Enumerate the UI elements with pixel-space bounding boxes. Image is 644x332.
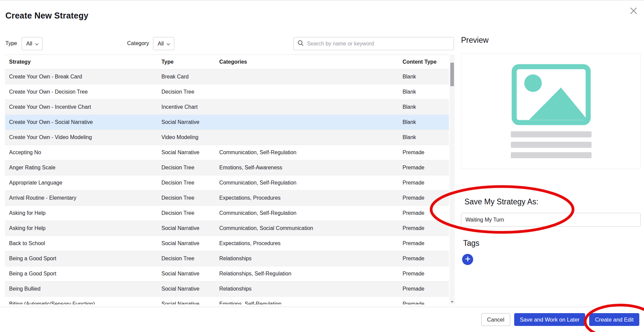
cell-strategy: Create Your Own - Incentive Chart bbox=[5, 104, 157, 110]
add-tag-button[interactable] bbox=[462, 254, 473, 265]
cell-content_type: Premade bbox=[399, 271, 449, 277]
modal-title: Create New Strategy bbox=[5, 11, 88, 21]
cell-type: Social Narrative bbox=[157, 240, 215, 246]
search-input[interactable] bbox=[307, 41, 450, 47]
cell-strategy: Create Your Own - Break Card bbox=[5, 74, 157, 80]
cell-strategy: Biting (Automatic/Sensory Function) bbox=[5, 301, 157, 304]
cell-content_type: Premade bbox=[399, 286, 449, 292]
table-body: Create Your Own - Break CardBreak CardBl… bbox=[5, 69, 449, 304]
preview-panel bbox=[461, 53, 641, 169]
placeholder-text-bar bbox=[511, 152, 592, 158]
cell-content_type: Premade bbox=[399, 150, 449, 156]
table-row[interactable]: Being BulliedSocial NarrativeRelationshi… bbox=[5, 281, 449, 297]
table-header: StrategyTypeCategoriesContent Type bbox=[5, 55, 449, 69]
cell-content_type: Blank bbox=[399, 134, 449, 140]
cell-content_type: Premade bbox=[399, 225, 449, 231]
cell-categories: Relationships bbox=[215, 256, 399, 262]
category-filter-dropdown[interactable]: All bbox=[153, 37, 174, 50]
cell-categories: Relationships, Self-Regulation bbox=[215, 271, 399, 277]
table-row[interactable]: Being a Good SportSocial NarrativeRelati… bbox=[5, 266, 449, 281]
table-row[interactable]: Create Your Own - Decision TreeDecision … bbox=[5, 85, 449, 100]
save-as-label: Save My Strategy As: bbox=[464, 197, 538, 206]
cell-content_type: Blank bbox=[399, 104, 449, 110]
cell-strategy: Being a Good Sport bbox=[5, 256, 157, 262]
table-row[interactable]: Create Your Own - Social NarrativeSocial… bbox=[5, 115, 449, 130]
cell-strategy: Accepting No bbox=[5, 150, 157, 156]
tags-heading: Tags bbox=[463, 239, 480, 248]
table-row[interactable]: Back to SchoolSocial NarrativeExpectatio… bbox=[5, 236, 449, 251]
category-filter-value: All bbox=[158, 41, 164, 47]
placeholder-text-bar bbox=[511, 142, 592, 148]
cell-type: Social Narrative bbox=[157, 119, 215, 125]
table-row[interactable]: Appropriate LanguageDecision TreeCommuni… bbox=[5, 175, 449, 191]
cell-type: Video Modeling bbox=[157, 134, 215, 140]
cell-strategy: Back to School bbox=[5, 240, 157, 246]
column-header: Categories bbox=[215, 59, 399, 65]
cell-categories: Communication, Self-Regulation bbox=[215, 180, 399, 186]
cell-strategy: Anger Rating Scale bbox=[5, 165, 157, 171]
cell-content_type: Premade bbox=[399, 256, 449, 262]
cell-strategy: Appropriate Language bbox=[5, 180, 157, 186]
cell-categories: Communication, Self-Regulation bbox=[215, 210, 399, 216]
cell-type: Decision Tree bbox=[157, 89, 215, 95]
strategy-name-input[interactable] bbox=[461, 213, 641, 227]
cell-content_type: Premade bbox=[399, 195, 449, 201]
type-filter-dropdown[interactable]: All bbox=[22, 37, 43, 50]
cell-categories: Expectations, Procedures bbox=[215, 195, 399, 201]
image-placeholder-icon bbox=[512, 64, 591, 125]
table-row[interactable]: Arrival Routine - ElementaryDecision Tre… bbox=[5, 191, 449, 206]
cell-strategy: Arrival Routine - Elementary bbox=[5, 195, 157, 201]
search-box bbox=[293, 37, 454, 50]
cell-content_type: Premade bbox=[399, 210, 449, 216]
cell-content_type: Premade bbox=[399, 301, 449, 304]
table-row[interactable]: Accepting NoSocial NarrativeCommunicatio… bbox=[5, 145, 449, 160]
cell-strategy: Create Your Own - Decision Tree bbox=[5, 89, 157, 95]
table-row[interactable]: Create Your Own - Incentive ChartIncenti… bbox=[5, 100, 449, 115]
category-filter-label: Category bbox=[127, 40, 149, 46]
close-button[interactable] bbox=[627, 5, 640, 18]
cell-content_type: Blank bbox=[399, 89, 449, 95]
table-row[interactable]: Being a Good SportDecision TreeRelations… bbox=[5, 251, 449, 266]
cell-content_type: Premade bbox=[399, 240, 449, 246]
cell-strategy: Create Your Own - Video Modeling bbox=[5, 134, 157, 140]
placeholder-text-bar bbox=[511, 131, 592, 137]
strategy-table: StrategyTypeCategoriesContent Type Creat… bbox=[5, 55, 449, 304]
table-row[interactable]: Create Your Own - Break CardBreak CardBl… bbox=[5, 69, 449, 85]
table-row[interactable]: Biting (Automatic/Sensory Function)Socia… bbox=[5, 297, 449, 304]
column-header: Content Type bbox=[399, 59, 449, 65]
table-row[interactable]: Asking for HelpDecision TreeCommunicatio… bbox=[5, 206, 449, 221]
scroll-down-icon bbox=[451, 298, 454, 304]
cell-type: Break Card bbox=[157, 74, 215, 80]
cell-categories: Expectations, Procedures bbox=[215, 240, 399, 246]
cell-categories: Emotions, Self-Regulation bbox=[215, 301, 399, 304]
preview-heading: Preview bbox=[461, 36, 489, 45]
cell-type: Social Narrative bbox=[157, 150, 215, 156]
search-icon bbox=[298, 40, 304, 47]
table-scrollbar[interactable] bbox=[450, 55, 455, 304]
cell-content_type: Premade bbox=[399, 165, 449, 171]
cell-strategy: Asking for Help bbox=[5, 225, 157, 231]
cell-type: Decision Tree bbox=[157, 210, 215, 216]
table-row[interactable]: Create Your Own - Video ModelingVideo Mo… bbox=[5, 130, 449, 145]
table-row[interactable]: Asking for HelpSocial NarrativeCommunica… bbox=[5, 221, 449, 236]
save-work-later-button[interactable]: Save and Work on Later bbox=[514, 313, 585, 326]
cancel-button[interactable]: Cancel bbox=[481, 313, 510, 326]
column-header: Strategy bbox=[5, 59, 157, 65]
cell-categories: Relationships bbox=[215, 286, 399, 292]
table-row[interactable]: Anger Rating ScaleDecision TreeEmotions,… bbox=[5, 160, 449, 175]
type-filter-label: Type bbox=[5, 40, 17, 46]
create-strategy-modal: Create New Strategy Type All Category Al… bbox=[0, 0, 644, 332]
chevron-down-icon bbox=[35, 41, 39, 47]
scrollbar-down-button[interactable] bbox=[450, 299, 455, 304]
cell-strategy: Asking for Help bbox=[5, 210, 157, 216]
cell-type: Decision Tree bbox=[157, 180, 215, 186]
plus-icon bbox=[465, 256, 470, 263]
scrollbar-thumb[interactable] bbox=[450, 63, 454, 86]
chevron-down-icon bbox=[166, 41, 170, 47]
create-and-edit-button[interactable]: Create and Edit bbox=[589, 313, 639, 326]
cell-strategy: Create Your Own - Social Narrative bbox=[5, 119, 157, 125]
cell-categories: Communication, Self-Regulation bbox=[215, 150, 399, 156]
type-filter-value: All bbox=[26, 41, 32, 47]
cell-type: Social Narrative bbox=[157, 301, 215, 304]
cell-type: Decision Tree bbox=[157, 256, 215, 262]
